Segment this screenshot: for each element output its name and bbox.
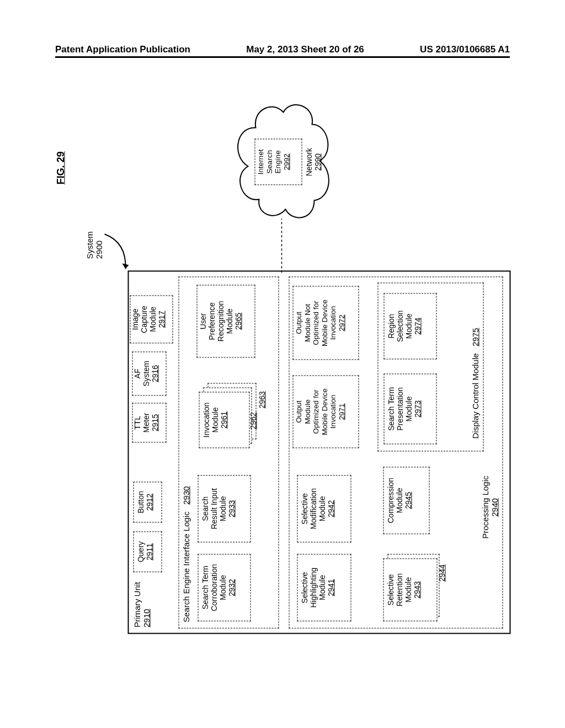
network-label: Network (305, 148, 313, 176)
selective-highlighting-box: Selective Highlighting Module 2941 (297, 554, 351, 622)
result-input-title: Search Result Input Module (201, 488, 227, 529)
selective-retention-ref-2: 2944 (438, 564, 446, 581)
network-connector-line (281, 218, 282, 273)
display-control-module-box: Search Term Presentation Module 2973 Reg… (378, 283, 484, 452)
invocation-ref-3: 2963 (258, 391, 266, 408)
display-control-title-line: Display Control Module 2975 (471, 328, 480, 439)
image-capture-title: Image Capture Module (131, 306, 157, 333)
sei-title: Search Engine Interface Logic (182, 512, 191, 623)
processing-logic-box: Selective Highlighting Module 2941 Selec… (289, 277, 503, 629)
selective-highlighting-title: Selective Highlighting Module (300, 568, 327, 608)
button-ref: 2912 (145, 494, 154, 511)
output-not-optimized-ref: 2972 (337, 314, 345, 331)
region-selection-box: Region Selection Module 2974 (384, 293, 437, 360)
processing-logic-ref: 2940 (490, 498, 499, 516)
primary-unit-title-block: Primary Unit 2910 (132, 582, 152, 628)
header-mid: May 2, 2013 Sheet 20 of 26 (246, 44, 364, 55)
compression-ref: 2945 (404, 492, 413, 509)
user-preference-ref: 2965 (234, 313, 243, 330)
output-not-optimized-mobile-box: Output Module Not Optimized for Mobile D… (293, 286, 359, 360)
ttl-meter-box: TTL Meter 2915 (132, 403, 167, 443)
output-optimized-mobile-box: Output Module Optimized for Mobile Devic… (293, 376, 359, 448)
invocation-module-box: Invocation Module 2961 (199, 392, 250, 448)
internet-search-engine-box: Internet Search Engine 2992 (255, 139, 302, 185)
output-optimized-ref: 2971 (337, 403, 345, 420)
image-capture-box: Image Capture Module 2917 (130, 296, 173, 344)
invocation-title: Invocation Module (202, 403, 220, 438)
primary-unit-title: Primary Unit (132, 582, 142, 628)
image-capture-ref: 2917 (157, 311, 166, 328)
figure-title: FIG. 29 (55, 151, 67, 184)
af-system-title: AF System (133, 361, 151, 387)
region-selection-ref: 2974 (413, 318, 422, 335)
af-system-box: AF System 2916 (132, 352, 167, 396)
sei-title-line: Search Engine Interface Logic 2930 (182, 486, 191, 623)
primary-unit-box: Primary Unit 2910 Query 2911 Button 2912… (128, 271, 511, 634)
output-optimized-title: Output Module Optimized for Mobile Devic… (295, 388, 337, 435)
selective-retention-ref: 2943 (413, 581, 422, 598)
sei-ref: 2930 (182, 486, 191, 505)
header-right: US 2013/0106685 A1 (420, 44, 510, 55)
search-term-presentation-title: Search Term Presentation Module (387, 387, 413, 431)
selective-modification-ref: 2942 (327, 500, 335, 517)
button-title: Button (136, 491, 145, 513)
selective-highlighting-ref: 2941 (327, 579, 335, 596)
corroboration-ref: 2932 (227, 579, 236, 596)
invocation-ref-2: 2962 (249, 412, 258, 429)
user-preference-module-box: User Preference Recognition Module 2965 (197, 285, 255, 358)
figure-29: FIG. 29 System 2900 Primary Unit 2910 Qu… (55, 88, 510, 634)
result-input-module-box: Search Result Input Module 2933 (198, 475, 251, 543)
output-not-optimized-title: Output Module Not Optimized for Mobile D… (295, 299, 337, 346)
processing-logic-title: Processing Logic (481, 476, 490, 539)
ttl-meter-ref: 2915 (151, 414, 159, 431)
af-system-ref: 2916 (151, 365, 159, 382)
selective-retention-box: Selective Retention Module 2943 (383, 559, 438, 622)
processing-logic-title-line: Processing Logic 2940 (481, 476, 499, 539)
user-preference-title: User Preference Recognition Module (199, 301, 234, 342)
query-title: Query (136, 541, 145, 562)
network-cloud: Internet Search Engine 2992 Network 2990 (221, 98, 342, 226)
ttl-meter-title: TTL Meter (133, 413, 151, 433)
search-engine-interface-logic-box: Search Engine Interface Logic 2930 Searc… (179, 277, 279, 629)
page-header: Patent Application Publication May 2, 20… (55, 44, 510, 55)
primary-unit-ref: 2910 (142, 609, 151, 627)
query-ref: 2911 (145, 543, 154, 560)
display-control-ref: 2975 (471, 328, 480, 346)
header-left: Patent Application Publication (55, 44, 190, 55)
network-ref: 2990 (313, 153, 322, 170)
search-term-presentation-box: Search Term Presentation Module 2973 (384, 374, 437, 445)
display-control-title: Display Control Module (471, 353, 480, 438)
search-term-presentation-ref: 2973 (413, 400, 422, 417)
selective-modification-title: Selective Modification Module (300, 488, 327, 529)
internet-search-engine-ref: 2992 (282, 153, 290, 170)
internet-search-engine-title: Internet Search Engine (257, 149, 282, 175)
region-selection-title: Region Selection Module (387, 311, 413, 342)
corroboration-module-box: Search Term Corroboration Module 2932 (198, 554, 251, 622)
selective-retention-title: Selective Retention Module (386, 574, 413, 607)
corroboration-title: Search Term Corroboration Module (201, 564, 227, 612)
system-label: System (85, 231, 94, 259)
selective-modification-box: Selective Modification Module 2942 (297, 475, 351, 543)
header-rule (55, 56, 510, 58)
button-box: Button 2912 (134, 482, 162, 523)
compression-title: Compression Module (386, 478, 404, 523)
network-label-block: Network 2990 (305, 148, 322, 176)
result-input-ref: 2933 (227, 500, 236, 517)
system-pointer-arrow (94, 223, 132, 276)
compression-module-box: Compression Module 2945 (383, 467, 430, 534)
invocation-ref: 2961 (220, 411, 228, 429)
query-box: Query 2911 (134, 532, 162, 572)
